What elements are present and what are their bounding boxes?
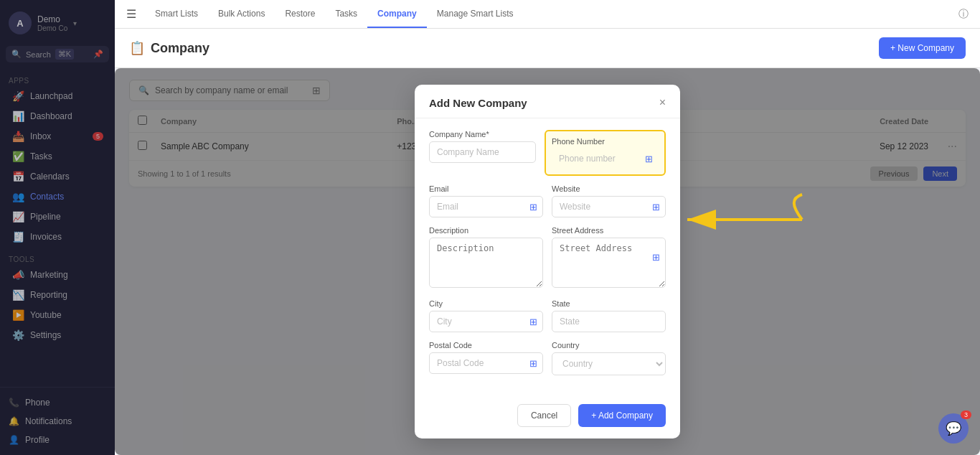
modal-close-button[interactable]: × — [659, 96, 666, 109]
phone-number-group: Phone Number ⊞ — [545, 130, 666, 176]
menu-icon[interactable]: ☰ — [126, 7, 136, 21]
tab-smart-lists[interactable]: Smart Lists — [145, 0, 208, 28]
postal-code-input[interactable] — [429, 352, 543, 374]
help-icon[interactable]: ⓘ — [958, 8, 969, 21]
sidebar-item-label: Reporting — [30, 290, 67, 300]
main-content: ☰ Smart Lists Bulk Actions Restore Tasks… — [115, 0, 980, 455]
sidebar-item-label: Tasks — [30, 151, 52, 161]
sidebar-item-marketing[interactable]: 📣 Marketing — [3, 265, 112, 285]
sidebar-item-reporting[interactable]: 📉 Reporting — [3, 285, 112, 305]
website-input[interactable] — [552, 196, 666, 217]
website-label: Website — [552, 184, 666, 193]
phone-input-icon: ⊞ — [645, 154, 653, 164]
demo-sub: Demo Co — [37, 24, 67, 32]
tab-bulk-actions[interactable]: Bulk Actions — [208, 0, 275, 28]
street-address-input-icon: ⊞ — [652, 252, 660, 263]
search-icon: 🔍 — [11, 50, 22, 59]
email-input-icon: ⊞ — [529, 202, 537, 212]
tasks-icon: ✅ — [11, 151, 24, 162]
sidebar-item-settings[interactable]: ⚙️ Settings — [3, 325, 112, 345]
sidebar-item-label: Contacts — [30, 192, 64, 202]
state-group: State — [552, 299, 666, 332]
annotation-arrow — [680, 191, 809, 251]
phone-icon: 📞 — [9, 398, 19, 408]
inbox-icon: 📥 — [11, 131, 24, 142]
sidebar-item-launchpad[interactable]: 🚀 Launchpad — [3, 86, 112, 106]
add-company-modal: Add New Company × Company Name* Phone Nu… — [415, 85, 680, 438]
search-label: Search — [26, 50, 51, 59]
tab-company[interactable]: Company — [367, 0, 427, 28]
pipeline-icon: 📈 — [11, 211, 24, 222]
sidebar-item-label: Calendars — [30, 172, 70, 182]
tab-tasks[interactable]: Tasks — [325, 0, 367, 28]
top-nav: ☰ Smart Lists Bulk Actions Restore Tasks… — [115, 0, 980, 29]
postal-code-group: Postal Code ⊞ — [429, 341, 543, 375]
notifications-icon: 🔔 — [9, 416, 19, 426]
sidebar-item-invoices[interactable]: 🧾 Invoices — [3, 227, 112, 247]
settings-icon: ⚙️ — [11, 329, 24, 341]
postal-code-input-icon: ⊞ — [529, 358, 537, 369]
sidebar: A Demo Demo Co ▾ 🔍 Search ⌘K 📌 APPS 🚀 La… — [0, 0, 115, 455]
sidebar-item-youtube[interactable]: ▶️ Youtube — [3, 305, 112, 325]
sidebar-item-label: Inbox — [30, 131, 51, 141]
phone-number-label: Phone Number — [552, 137, 659, 146]
email-group: Email ⊞ — [429, 184, 543, 217]
sidebar-item-label: Youtube — [30, 310, 62, 320]
email-input[interactable] — [429, 196, 543, 217]
sidebar-item-notifications[interactable]: 🔔 Notifications — [0, 412, 115, 431]
city-input[interactable] — [429, 311, 543, 332]
street-address-label: Street Address — [552, 226, 666, 235]
city-group: City ⊞ — [429, 299, 543, 332]
sidebar-item-contacts[interactable]: 👥 Contacts — [3, 187, 112, 207]
modal-title: Add New Company — [429, 97, 527, 109]
country-label: Country — [552, 341, 666, 350]
sidebar-item-pipeline[interactable]: 📈 Pipeline — [3, 207, 112, 227]
street-address-textarea[interactable] — [552, 238, 666, 288]
tab-restore[interactable]: Restore — [275, 0, 325, 28]
add-company-button[interactable]: + Add Company — [578, 404, 666, 427]
country-group: Country Country United States Canada Uni… — [552, 341, 666, 375]
modal-overlay: Add New Company × Company Name* Phone Nu… — [115, 68, 980, 455]
pin-icon: 📌 — [93, 50, 103, 59]
sidebar-item-inbox[interactable]: 📥 Inbox 5 — [3, 126, 112, 146]
modal-body: Company Name* Phone Number ⊞ — [415, 118, 680, 395]
description-label: Description — [429, 226, 543, 235]
sidebar-item-phone[interactable]: 📞 Phone — [0, 393, 115, 412]
sidebar-item-label: Dashboard — [30, 111, 72, 121]
page-header: 📋 Company + New Company — [115, 29, 980, 68]
sidebar-item-calendars[interactable]: 📅 Calendars — [3, 166, 112, 187]
inbox-badge: 5 — [93, 132, 103, 141]
demo-name: Demo — [37, 14, 67, 24]
dashboard-icon: 📊 — [11, 111, 24, 122]
sidebar-item-dashboard[interactable]: 📊 Dashboard — [3, 106, 112, 126]
sidebar-item-label: Settings — [30, 330, 61, 340]
reporting-icon: 📉 — [11, 289, 24, 301]
sidebar-item-label: Pipeline — [30, 212, 61, 222]
state-input[interactable] — [552, 311, 666, 332]
sidebar-item-label: Profile — [25, 435, 50, 445]
sidebar-item-label: Phone — [25, 398, 50, 408]
sidebar-avatar: A — [9, 11, 32, 34]
profile-icon: 👤 — [9, 435, 19, 445]
phone-number-input[interactable] — [552, 149, 659, 169]
section-tools-label: TOOLS — [0, 253, 115, 265]
description-textarea[interactable] — [429, 238, 543, 288]
company-name-label: Company Name* — [429, 130, 536, 139]
chat-bubble[interactable]: 💬 3 — [938, 413, 969, 444]
sidebar-item-label: Invoices — [30, 232, 62, 242]
page-title: 📋 Company — [129, 40, 209, 56]
tab-manage-smart-lists[interactable]: Manage Smart Lists — [427, 0, 524, 28]
sidebar-item-tasks[interactable]: ✅ Tasks — [3, 146, 112, 166]
contacts-icon: 👥 — [11, 191, 24, 202]
cancel-button[interactable]: Cancel — [517, 404, 571, 427]
sidebar-search[interactable]: 🔍 Search ⌘K 📌 — [6, 46, 109, 62]
chevron-down-icon: ▾ — [73, 19, 77, 27]
website-group: Website ⊞ — [552, 184, 666, 217]
country-select[interactable]: Country United States Canada United King… — [552, 352, 666, 375]
city-input-icon: ⊞ — [529, 316, 537, 327]
sidebar-item-profile[interactable]: 👤 Profile — [0, 431, 115, 449]
company-name-input[interactable] — [429, 141, 536, 163]
new-company-button[interactable]: + New Company — [879, 37, 966, 59]
table-area: 🔍 ⊞ Company Pho... Created By Created Da… — [115, 68, 980, 455]
launchpad-icon: 🚀 — [11, 90, 24, 102]
